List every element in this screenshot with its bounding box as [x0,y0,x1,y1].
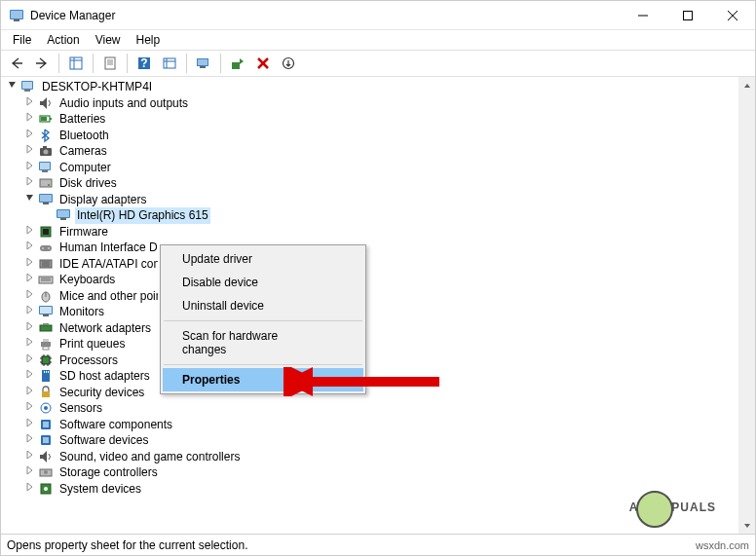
context-menu-item[interactable]: Scan for hardware changes [163,324,363,361]
tree-item[interactable]: Audio inputs and outputs [5,95,738,112]
expand-icon[interactable] [22,464,38,481]
tree-item[interactable]: Sensors [5,400,738,417]
tree-item[interactable]: Software devices [5,432,738,449]
expand-icon[interactable] [22,224,38,241]
forward-button[interactable] [30,52,54,75]
expand-icon[interactable] [22,385,38,401]
tree-item[interactable]: Bluetooth [5,128,738,144]
tree-item[interactable]: Firmware [5,224,738,241]
expand-icon[interactable] [22,481,38,498]
expand-icon[interactable] [22,175,38,192]
tree-item[interactable]: Computer [5,160,738,176]
context-menu-item[interactable]: Disable device [163,271,363,294]
tree-item-label: Software devices [57,432,150,449]
tree-item[interactable]: IDE ATA/ATAPI controllers [5,256,738,273]
tree-item[interactable]: Intel(R) HD Graphics 615 [5,207,738,224]
tree-item[interactable]: DESKTOP-KHTMP4I [5,79,738,95]
svg-rect-65 [41,342,51,347]
tree-item[interactable]: Security devices [5,385,738,401]
tree-item-label: Storage controllers [57,464,160,481]
tree-item[interactable]: Mice and other pointing devices [5,288,738,305]
minimize-button[interactable] [621,1,665,30]
update-driver-button[interactable] [226,52,249,75]
expand-icon[interactable] [22,160,38,176]
vertical-scrollbar[interactable] [738,77,755,534]
window-title: Device Manager [30,9,621,22]
context-menu-item[interactable]: Uninstall device [163,294,363,317]
svg-rect-21 [200,66,206,68]
context-menu-separator [164,364,362,365]
keyboard-icon [38,272,54,287]
expand-icon[interactable] [22,320,38,337]
scroll-down-button[interactable] [738,517,755,534]
menu-view[interactable]: View [88,31,129,49]
expand-icon[interactable] [22,449,38,465]
tree-item[interactable]: Network adapters [5,320,738,337]
context-menu-item[interactable]: Update driver [163,247,363,271]
toolbar-separator [127,54,128,73]
expand-icon[interactable] [22,417,38,433]
tree-item[interactable]: Batteries [5,111,738,128]
scan-hardware-button[interactable] [192,52,215,75]
expand-icon[interactable] [22,111,38,128]
computer-icon [38,160,54,175]
help-button[interactable]: ? [132,52,156,75]
uninstall-button[interactable] [251,52,275,75]
expand-icon[interactable] [22,95,38,112]
svg-rect-20 [198,59,208,65]
expand-icon[interactable] [22,368,38,385]
menu-help[interactable]: Help [129,31,169,49]
toolbar: ? [1,50,755,77]
tree-item[interactable]: SD host adapters [5,368,738,385]
tree-item[interactable]: Monitors [5,304,738,320]
collapse-icon[interactable] [22,192,38,208]
expand-icon[interactable] [22,272,38,288]
tree-item-label: DESKTOP-KHTMP4I [40,79,154,95]
storage-icon [38,464,54,480]
menu-file[interactable]: File [5,31,39,49]
tree-item[interactable]: Print queues [5,336,738,352]
expand-icon[interactable] [22,432,38,449]
context-menu-item[interactable]: Properties [163,368,363,391]
tree-item[interactable]: Cameras [5,143,738,160]
tree-item[interactable]: Disk drives [5,175,738,192]
close-button[interactable] [710,1,755,30]
expand-icon[interactable] [22,256,38,273]
expand-icon[interactable] [22,336,38,352]
svg-rect-42 [43,203,49,204]
toolbar-separator [186,54,187,73]
expand-icon[interactable] [22,128,38,144]
expand-icon[interactable] [22,352,38,369]
tree-item[interactable]: Software components [5,417,738,433]
tree-item[interactable]: Sound, video and game controllers [5,449,738,465]
action-button[interactable] [158,52,181,75]
tree-item[interactable]: Human Interface Devices [5,240,738,256]
svg-rect-22 [232,62,240,69]
tree-item[interactable]: Keyboards [5,272,738,288]
back-button[interactable] [5,52,28,75]
tree-item[interactable]: Storage controllers [5,464,738,481]
scroll-up-button[interactable] [738,77,755,93]
processor-icon [38,352,54,368]
tree-item-label: Security devices [57,385,146,401]
software-icon [38,432,54,448]
svg-rect-37 [42,170,48,172]
menu-action[interactable]: Action [39,31,87,49]
collapse-icon[interactable] [5,79,20,95]
svg-rect-48 [40,245,52,251]
tree-item[interactable]: Processors [5,352,738,369]
window-controls [621,1,755,30]
scrollbar-track[interactable] [738,93,755,517]
expand-icon[interactable] [22,240,38,256]
expand-icon[interactable] [22,400,38,417]
enable-disable-button[interactable] [277,52,300,75]
tree-item[interactable]: Display adapters [5,192,738,208]
tree-item-label: Monitors [57,304,106,320]
properties-button[interactable] [98,52,122,75]
expand-icon[interactable] [22,143,38,160]
show-hide-console-tree-button[interactable] [64,52,88,75]
maximize-button[interactable] [665,1,710,30]
expand-icon[interactable] [22,304,38,320]
expand-icon[interactable] [22,288,38,305]
device-tree-scroll[interactable]: DESKTOP-KHTMP4IAudio inputs and outputsB… [1,77,738,534]
